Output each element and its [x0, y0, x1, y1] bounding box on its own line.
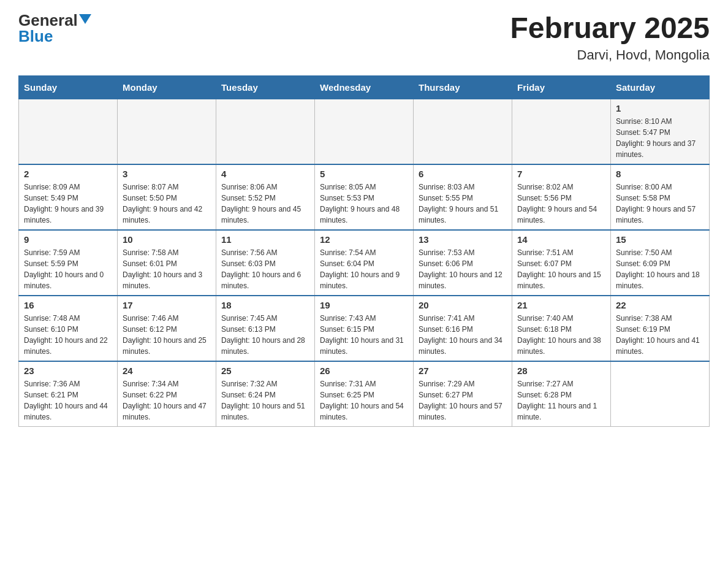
day-info: Sunrise: 7:45 AMSunset: 6:13 PMDaylight:… [221, 313, 309, 357]
calendar-cell: 1Sunrise: 8:10 AMSunset: 5:47 PMDaylight… [611, 99, 710, 164]
day-info: Sunrise: 7:54 AMSunset: 6:04 PMDaylight:… [320, 247, 408, 291]
calendar-cell: 21Sunrise: 7:40 AMSunset: 6:18 PMDayligh… [512, 296, 611, 361]
day-info: Sunrise: 7:41 AMSunset: 6:16 PMDaylight:… [419, 313, 507, 357]
day-number: 13 [419, 234, 507, 245]
day-info: Sunrise: 7:29 AMSunset: 6:27 PMDaylight:… [419, 378, 507, 423]
day-number: 9 [24, 234, 112, 245]
calendar-cell: 3Sunrise: 8:07 AMSunset: 5:50 PMDaylight… [118, 164, 216, 230]
day-number: 10 [123, 234, 211, 245]
day-info: Sunrise: 8:05 AMSunset: 5:53 PMDaylight:… [320, 182, 408, 226]
day-number: 20 [419, 300, 507, 310]
weekday-header-row: SundayMondayTuesdayWednesdayThursdayFrid… [19, 75, 710, 99]
calendar-cell [216, 99, 315, 164]
calendar-cell: 17Sunrise: 7:46 AMSunset: 6:12 PMDayligh… [118, 296, 216, 361]
day-number: 26 [320, 366, 408, 376]
day-info: Sunrise: 7:36 AMSunset: 6:21 PMDaylight:… [24, 378, 112, 423]
day-number: 14 [517, 234, 605, 245]
calendar-cell: 28Sunrise: 7:27 AMSunset: 6:28 PMDayligh… [512, 361, 611, 427]
calendar-cell: 27Sunrise: 7:29 AMSunset: 6:27 PMDayligh… [414, 361, 512, 427]
day-number: 15 [616, 234, 704, 245]
day-info: Sunrise: 7:43 AMSunset: 6:15 PMDaylight:… [320, 313, 408, 357]
day-number: 7 [517, 169, 605, 179]
day-number: 25 [221, 366, 309, 376]
day-number: 28 [517, 366, 605, 376]
day-info: Sunrise: 7:51 AMSunset: 6:07 PMDaylight:… [517, 247, 605, 291]
calendar-cell: 26Sunrise: 7:31 AMSunset: 6:25 PMDayligh… [315, 361, 414, 427]
logo-blue-text: Blue [18, 28, 53, 44]
day-info: Sunrise: 7:58 AMSunset: 6:01 PMDaylight:… [123, 247, 211, 291]
day-info: Sunrise: 8:03 AMSunset: 5:55 PMDaylight:… [419, 182, 507, 226]
location-title: Darvi, Hovd, Mongolia [510, 47, 710, 63]
day-number: 5 [320, 169, 408, 179]
calendar-week-row: 1Sunrise: 8:10 AMSunset: 5:47 PMDaylight… [19, 99, 710, 164]
day-info: Sunrise: 8:00 AMSunset: 5:58 PMDaylight:… [616, 182, 704, 226]
day-info: Sunrise: 7:53 AMSunset: 6:06 PMDaylight:… [419, 247, 507, 291]
day-number: 19 [320, 300, 408, 310]
calendar-cell: 24Sunrise: 7:34 AMSunset: 6:22 PMDayligh… [118, 361, 216, 427]
weekday-header-tuesday: Tuesday [216, 75, 315, 99]
calendar-week-row: 9Sunrise: 7:59 AMSunset: 5:59 PMDaylight… [19, 230, 710, 296]
calendar-cell: 14Sunrise: 7:51 AMSunset: 6:07 PMDayligh… [512, 230, 611, 296]
logo-triangle-icon [79, 14, 91, 24]
calendar-week-row: 2Sunrise: 8:09 AMSunset: 5:49 PMDaylight… [19, 164, 710, 230]
calendar-cell [118, 99, 216, 164]
day-number: 8 [616, 169, 704, 179]
day-info: Sunrise: 7:56 AMSunset: 6:03 PMDaylight:… [221, 247, 309, 291]
day-info: Sunrise: 8:02 AMSunset: 5:56 PMDaylight:… [517, 182, 605, 226]
calendar-week-row: 23Sunrise: 7:36 AMSunset: 6:21 PMDayligh… [19, 361, 710, 427]
calendar-cell: 11Sunrise: 7:56 AMSunset: 6:03 PMDayligh… [216, 230, 315, 296]
day-number: 2 [24, 169, 112, 179]
calendar-cell: 19Sunrise: 7:43 AMSunset: 6:15 PMDayligh… [315, 296, 414, 361]
calendar-cell: 6Sunrise: 8:03 AMSunset: 5:55 PMDaylight… [414, 164, 512, 230]
day-number: 4 [221, 169, 309, 179]
month-title: February 2025 [510, 12, 710, 45]
weekday-header-thursday: Thursday [414, 75, 512, 99]
day-number: 3 [123, 169, 211, 179]
day-info: Sunrise: 7:31 AMSunset: 6:25 PMDaylight:… [320, 378, 408, 423]
day-number: 16 [24, 300, 112, 310]
day-number: 12 [320, 234, 408, 245]
calendar-cell: 22Sunrise: 7:38 AMSunset: 6:19 PMDayligh… [611, 296, 710, 361]
weekday-header-monday: Monday [118, 75, 216, 99]
calendar-cell [512, 99, 611, 164]
calendar-cell [611, 361, 710, 427]
day-info: Sunrise: 8:09 AMSunset: 5:49 PMDaylight:… [24, 182, 112, 226]
calendar-cell: 12Sunrise: 7:54 AMSunset: 6:04 PMDayligh… [315, 230, 414, 296]
day-info: Sunrise: 8:06 AMSunset: 5:52 PMDaylight:… [221, 182, 309, 226]
weekday-header-friday: Friday [512, 75, 611, 99]
day-info: Sunrise: 7:32 AMSunset: 6:24 PMDaylight:… [221, 378, 309, 423]
day-info: Sunrise: 8:10 AMSunset: 5:47 PMDaylight:… [616, 116, 704, 160]
weekday-header-wednesday: Wednesday [315, 75, 414, 99]
calendar-cell [19, 99, 118, 164]
calendar-cell: 10Sunrise: 7:58 AMSunset: 6:01 PMDayligh… [118, 230, 216, 296]
calendar-cell: 4Sunrise: 8:06 AMSunset: 5:52 PMDaylight… [216, 164, 315, 230]
day-info: Sunrise: 7:48 AMSunset: 6:10 PMDaylight:… [24, 313, 112, 357]
logo: General Blue [18, 12, 91, 44]
title-section: February 2025 Darvi, Hovd, Mongolia [510, 12, 710, 63]
calendar-cell: 8Sunrise: 8:00 AMSunset: 5:58 PMDaylight… [611, 164, 710, 230]
day-info: Sunrise: 7:46 AMSunset: 6:12 PMDaylight:… [123, 313, 211, 357]
day-info: Sunrise: 7:34 AMSunset: 6:22 PMDaylight:… [123, 378, 211, 423]
calendar-cell: 23Sunrise: 7:36 AMSunset: 6:21 PMDayligh… [19, 361, 118, 427]
page-header: General Blue February 2025 Darvi, Hovd, … [18, 12, 710, 63]
calendar-cell: 16Sunrise: 7:48 AMSunset: 6:10 PMDayligh… [19, 296, 118, 361]
day-info: Sunrise: 7:50 AMSunset: 6:09 PMDaylight:… [616, 247, 704, 291]
day-number: 24 [123, 366, 211, 376]
day-info: Sunrise: 7:40 AMSunset: 6:18 PMDaylight:… [517, 313, 605, 357]
logo-general-text: General [18, 12, 78, 28]
day-info: Sunrise: 7:38 AMSunset: 6:19 PMDaylight:… [616, 313, 704, 357]
calendar-cell: 18Sunrise: 7:45 AMSunset: 6:13 PMDayligh… [216, 296, 315, 361]
day-number: 17 [123, 300, 211, 310]
day-number: 6 [419, 169, 507, 179]
calendar-cell: 13Sunrise: 7:53 AMSunset: 6:06 PMDayligh… [414, 230, 512, 296]
calendar-week-row: 16Sunrise: 7:48 AMSunset: 6:10 PMDayligh… [19, 296, 710, 361]
calendar-table: SundayMondayTuesdayWednesdayThursdayFrid… [18, 75, 710, 427]
weekday-header-sunday: Sunday [19, 75, 118, 99]
calendar-cell: 7Sunrise: 8:02 AMSunset: 5:56 PMDaylight… [512, 164, 611, 230]
day-number: 23 [24, 366, 112, 376]
day-number: 18 [221, 300, 309, 310]
calendar-cell: 2Sunrise: 8:09 AMSunset: 5:49 PMDaylight… [19, 164, 118, 230]
calendar-cell: 25Sunrise: 7:32 AMSunset: 6:24 PMDayligh… [216, 361, 315, 427]
weekday-header-saturday: Saturday [611, 75, 710, 99]
calendar-cell: 15Sunrise: 7:50 AMSunset: 6:09 PMDayligh… [611, 230, 710, 296]
